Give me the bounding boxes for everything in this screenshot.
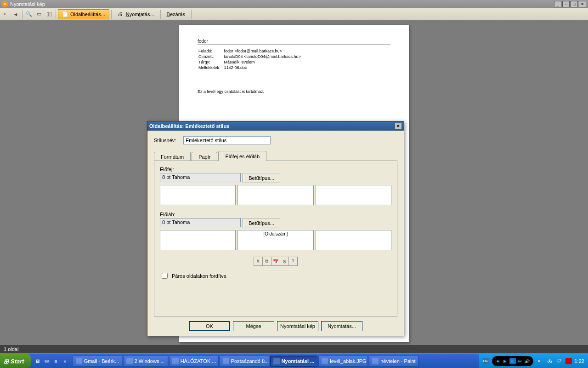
mail-icon (223, 358, 229, 364)
toolbar: ⇤ ◄ 🔍 ▭ ▯▯ 📄 Oldalbeállítás... 🖨 Nyomtat… (0, 8, 588, 20)
paint-icon (372, 358, 379, 364)
mp-next-icon[interactable]: ⏭ (517, 358, 523, 364)
footer-label: Élőláb: (160, 212, 391, 217)
taskbar-item-word[interactable]: HÁLÓZATOK ... (169, 356, 219, 367)
status-bar: 1 oldal (0, 345, 588, 353)
ql-expand-icon[interactable]: » (61, 356, 69, 366)
ok-button[interactable]: OK (189, 321, 230, 331)
tray-ati-icon[interactable] (565, 358, 572, 364)
firefox-icon (76, 358, 82, 364)
tool-zoom-out-icon[interactable]: 🔍 (24, 10, 34, 19)
tab-format[interactable]: Formátum (154, 152, 191, 161)
ql-ie-icon[interactable]: e (52, 356, 60, 366)
style-name-label: Stílusnév: (154, 138, 180, 143)
quick-launch: 🖥 ✉ e » (34, 356, 69, 366)
ql-outlook-icon[interactable]: ✉ (43, 356, 51, 366)
insert-time-icon[interactable]: ⊘ (280, 257, 289, 266)
print-dialog-button[interactable]: Nyomtatás... (321, 321, 362, 331)
page-setup-icon: 📄 (62, 11, 68, 17)
close-preview-button[interactable]: Bezárás (163, 9, 189, 19)
header-center-input[interactable] (237, 185, 313, 205)
header-left-input[interactable] (160, 185, 236, 205)
print-button[interactable]: 🖨 Nyomtatás... (113, 9, 158, 19)
app-icon: ✶ (2, 1, 8, 7)
windows-logo-icon: ⊞ (4, 358, 9, 365)
header-font-button[interactable]: Betűtípus... (243, 173, 280, 183)
insert-total-pages-icon[interactable]: ⧉ (262, 257, 271, 266)
dialog-title: Oldalbeállítás: Emlékeztető stílus (149, 123, 229, 129)
taskbar-item-gmail[interactable]: Gmail - Beérk... (73, 356, 122, 367)
tab-paper[interactable]: Papír (192, 152, 217, 161)
preview-notice: Ez a levél egy csatolást is tartalmaz. (198, 89, 390, 94)
printer-icon: 🖨 (118, 11, 124, 17)
insert-help-icon[interactable]: ? (288, 257, 298, 266)
taskbar-item-post[interactable]: Postaázandó ü... (220, 356, 269, 367)
tool-nav-prev-icon[interactable]: ◄ (11, 10, 20, 19)
insert-page-number-icon[interactable]: # (254, 257, 263, 266)
insert-date-icon[interactable]: 📅 (271, 257, 280, 266)
ql-desktop-icon[interactable]: 🖥 (34, 356, 42, 366)
windows-taskbar: ⊞ Start 🖥 ✉ e » Gmail - Beérk... 2 Windo… (0, 354, 588, 368)
maximize-button[interactable]: □ (571, 1, 578, 7)
tray-network-icon[interactable]: 🖧 (547, 358, 554, 364)
tab-header-footer[interactable]: Élőfej és élőláb (218, 151, 266, 161)
tray-lang-icon[interactable]: HU (483, 358, 489, 364)
footer-right-input[interactable] (316, 230, 391, 250)
start-button[interactable]: ⊞ Start (0, 354, 31, 368)
close-button[interactable]: ✕ (579, 1, 586, 7)
footer-left-input[interactable] (160, 230, 236, 250)
preview-heading: fodor (198, 39, 390, 44)
style-name-input[interactable] (183, 136, 271, 144)
mp-volume-icon[interactable]: 🔊 (524, 358, 531, 364)
footer-font-display: 8 pt Tahoma (160, 218, 241, 227)
dialog-close-button[interactable]: ✕ (395, 123, 402, 129)
mp-prev-icon[interactable]: ⏮ (495, 358, 501, 364)
minimize-button[interactable]: _ (554, 1, 561, 7)
tool-onepage-icon[interactable]: ▭ (34, 10, 44, 19)
preview-icon (273, 358, 280, 364)
word-icon (172, 358, 179, 364)
taskbar-item-paint[interactable]: névtelen - Paint (369, 356, 418, 367)
taskbar-item-printpreview[interactable]: Nyomtatási ... (270, 356, 318, 367)
footer-center-input[interactable]: [Oldalszám] (237, 230, 313, 250)
page-setup-dialog: Oldalbeállítás: Emlékeztető stílus ✕ Stí… (147, 121, 404, 336)
header-font-display: 8 pt Tahoma (160, 173, 241, 182)
mp-pause-icon[interactable]: ⏸ (509, 358, 516, 364)
tool-nav-first-icon[interactable]: ⇤ (1, 10, 10, 19)
mp-play-icon[interactable]: ▶ (502, 358, 509, 364)
tray-expand-icon[interactable]: « (538, 358, 544, 364)
app-title: Nyomtatási kép (10, 1, 45, 7)
header-label: Élőfej: (160, 167, 391, 172)
page-setup-button[interactable]: 📄 Oldalbeállítás... (58, 9, 109, 19)
dialog-titlebar: Oldalbeállítás: Emlékeztető stílus ✕ (147, 121, 404, 131)
folder-icon (126, 358, 133, 364)
preview-button[interactable]: Nyomtatási kép (277, 321, 318, 331)
header-right-input[interactable] (316, 185, 391, 205)
system-tray: HU ⏮ ▶ ⏸ ⏭ 🔊 « 🖧 🛡 1:22 (479, 354, 588, 368)
footer-font-button[interactable]: Betűtípus... (243, 218, 280, 228)
cancel-button[interactable]: Mégse (233, 321, 274, 331)
status-text: 1 oldal (4, 346, 18, 352)
taskbar-item-explorer[interactable]: 2 Windows ... (123, 356, 168, 367)
insert-field-toolbar: # ⧉ 📅 ⊘ ? (254, 257, 298, 266)
restore-button[interactable]: ▫ (562, 1, 570, 7)
image-icon (322, 358, 328, 364)
reverse-even-pages-checkbox[interactable]: Páros oldalakon fordítva (160, 271, 391, 280)
tool-twopage-icon[interactable]: ▯▯ (45, 10, 54, 19)
tray-clock[interactable]: 1:22 (575, 358, 584, 364)
tray-shield-icon[interactable]: 🛡 (556, 358, 563, 364)
taskbar-item-image[interactable]: levél_ablak.JPG (318, 356, 368, 367)
media-player-toolbar: ⏮ ▶ ⏸ ⏭ 🔊 (492, 356, 533, 366)
app-titlebar: ✶ Nyomtatási kép _ ▫ □ ✕ (0, 0, 588, 8)
